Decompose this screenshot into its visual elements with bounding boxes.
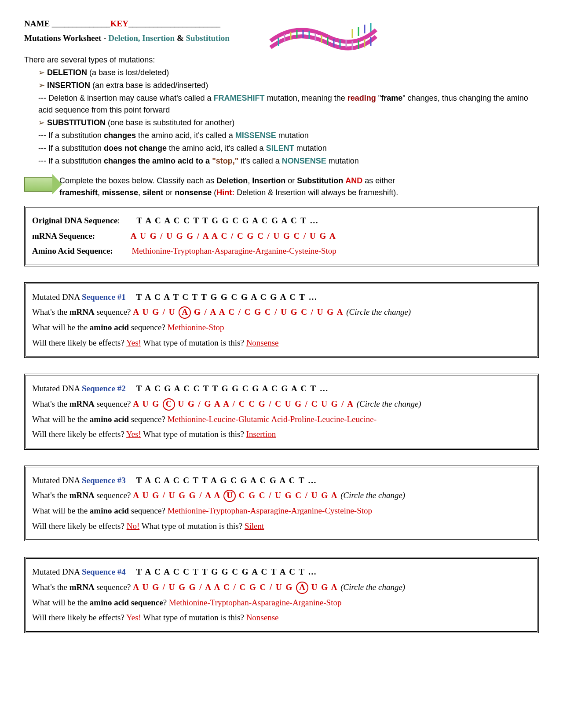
subtitle-types-a: Deletion, Insertion (108, 33, 175, 43)
bullet-insertion: ➢ INSERTION (an extra base is added/inse… (38, 80, 539, 91)
b3-dna-seq: T A C A C C T T A G C G A C G A C T … (136, 476, 317, 485)
b2-qamino-a: What will be the (32, 415, 90, 424)
sub3-tail: mutation (326, 157, 359, 165)
sub1-tail: mutation (276, 131, 309, 140)
inst-f: as either (362, 176, 395, 185)
b1-mrna-post: G / A A C / C G C / U G C / U G A (191, 307, 346, 317)
orig-mrna-seq: A U G / U G G / A A C / C G C / U G C / … (131, 231, 336, 240)
b1-eff-ans: Yes! (126, 338, 141, 347)
b1-type-ans: Nonsense (246, 338, 279, 347)
frameshift-term: FRAMESHIFT (214, 94, 265, 102)
b3-dna: Mutated DNA Sequence #3 T A C A C C T T … (32, 474, 531, 487)
insertion-label: INSERTION (47, 81, 90, 90)
b2-mrna-post: U G / G A A / C C G / C U G / C U G / A (175, 399, 357, 408)
b4-hint: (Circle the change) (340, 582, 405, 592)
inst-a: Complete the boxes below. Classify each … (59, 176, 216, 185)
sub3-pre: --- If a substitution (38, 157, 104, 165)
b4-mrna: What's the mRNA sequence? A U G / U G G … (32, 581, 531, 594)
b4-dna-pre: Mutated DNA (32, 567, 82, 576)
b3-qamino-b: amino acid (90, 506, 129, 515)
frameshift-q1: " (376, 94, 381, 102)
instructions-text: Complete the boxes below. Classify each … (59, 175, 398, 199)
sub2-dnc: does not change (104, 144, 167, 153)
b2-circled: C (163, 398, 175, 411)
b2-dna: Mutated DNA Sequence #2 T A C G A C C T … (32, 382, 531, 395)
bullet-substitution: ➢ SUBSTITUTION (one base is substituted … (38, 117, 539, 129)
b4-amino-ans: Methionine-Tryptophan-Asparagine-Arganin… (169, 598, 342, 607)
b3-qamino-a: What will be the (32, 506, 90, 515)
mutation-types-list: ➢ DELETION (a base is lost/deleted) ➢ IN… (38, 67, 539, 167)
b3-dna-pre: Mutated DNA (32, 476, 82, 485)
sub2-tail: mutation (294, 144, 327, 153)
mutation-box-4: Mutated DNA Sequence #4 T A C A C C T T … (24, 557, 539, 633)
b1-qmrna-a: What's the (32, 307, 69, 317)
sub1-mid: the amino acid, it's called a (136, 131, 235, 140)
subtitle-sep: - (101, 33, 108, 43)
b1-qeff: Will there likely be effects? (32, 338, 126, 347)
b2-mrna-pre: A U G (133, 399, 162, 408)
b2-dna-pre: Mutated DNA (32, 384, 82, 393)
inst-missense: missense (102, 188, 138, 197)
substitution-label: SUBSTITUTION (47, 118, 106, 127)
bullet-deletion: ➢ DELETION (a base is lost/deleted) (38, 67, 539, 79)
b3-qeff: Will there likely be effects? (32, 521, 127, 531)
b2-qmrna-c: sequence? (95, 399, 133, 408)
b3-circled: U (223, 490, 236, 502)
header: NAME ______________KEY__________________… (24, 18, 539, 44)
b1-amino: What will be the amino acid sequence? Me… (32, 321, 531, 334)
b2-qamino-c: sequence? (129, 415, 168, 424)
frameshift-mid: mutation, meaning the (265, 94, 347, 102)
b3-mrna-pre: A U G / U G G / A A (133, 491, 223, 500)
sub2-pre: --- If a substitution (38, 144, 104, 153)
name-blank-before: ______________ (50, 19, 110, 28)
b2-qeff: Will there likely be effects? (32, 430, 126, 439)
inst-sep2: or (285, 176, 297, 185)
original-sequence-box: Original DNA Sequence: T A C A C C T T G… (24, 206, 539, 266)
b3-qmrna-a: What's the (32, 491, 69, 500)
b2-qamino-b: amino acid (90, 415, 129, 424)
b1-hint: (Circle the change) (346, 307, 411, 317)
substitution-desc: (one base is substituted for another) (106, 118, 234, 127)
instructions: Complete the boxes below. Classify each … (24, 175, 539, 199)
b1-effects: Will there likely be effects? Yes! What … (32, 337, 531, 349)
b3-qtype: What type of mutation is this? (139, 521, 245, 531)
orig-amino-seq: Methionine-Tryptophan-Asparagine-Arganin… (132, 246, 336, 255)
mutation-box-1: Mutated DNA Sequence #1 T A C A T C T T … (24, 282, 539, 358)
b1-dna-pre: Mutated DNA (32, 292, 82, 302)
b2-hint: (Circle the change) (357, 399, 421, 408)
b1-qamino-c: sequence? (129, 323, 168, 332)
b1-mrna-pre: A U G / U (133, 307, 179, 317)
frameshift-note: --- Deletion & insertion may cause what'… (38, 92, 539, 116)
b3-qamino-c: sequence? (129, 506, 168, 515)
subtitle-amp: & (175, 33, 186, 43)
b4-circled: A (296, 582, 308, 594)
b3-hint: (Circle the change) (340, 491, 405, 500)
orig-amino-line: Amino Acid Sequence: Methionine-Tryptoph… (32, 245, 531, 258)
b2-qmrna-a: What's the (32, 399, 69, 408)
inst-s3: or (163, 188, 175, 197)
frame-term: frame (381, 94, 402, 102)
insertion-desc: (an extra base is added/inserted) (90, 81, 208, 90)
arrow-icon (24, 177, 53, 192)
b2-mrna: What's the mRNA sequence? A U G C U G / … (32, 398, 531, 411)
b4-qtype: What type of mutation is this? (141, 613, 246, 622)
subtitle-prefix: Mutations Worksheet (24, 33, 101, 43)
b3-mrna-post: C G C / U G C / U G A (236, 491, 340, 500)
inst-silent: silent (143, 188, 163, 197)
inst-tail: Deletion & Insertion will always be fram… (234, 188, 398, 197)
b2-qmrna-b: mRNA (69, 399, 95, 408)
nonsense-note: --- If a substitution changes the amino … (38, 155, 539, 167)
inst-and: AND (345, 176, 362, 185)
reading-term: reading (347, 94, 376, 102)
sub3-mid: it's called a (238, 157, 282, 165)
nonsense-term: NONSENSE (282, 157, 326, 165)
b1-circled: A (179, 306, 191, 319)
b4-eff-ans: Yes! (126, 613, 141, 622)
b2-qtype: What type of mutation is this? (141, 430, 246, 439)
orig-mrna-line: mRNA Sequence: A U G / U G G / A A C / C… (32, 230, 531, 243)
sub3-bold: changes the amino acid to a (104, 157, 212, 165)
missense-term: MISSENSE (235, 131, 276, 140)
b3-amino-ans: Methionine-Tryptophan-Asparagine-Arganin… (168, 506, 372, 515)
b4-qamino-b: amino acid sequence (90, 598, 163, 607)
b4-qamino-a: What will be the (32, 598, 90, 607)
